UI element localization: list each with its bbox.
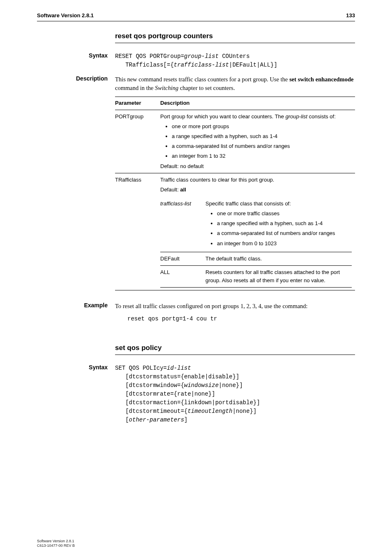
th-parameter: Parameter [115,97,160,110]
footer-line1: Software Version 2.8.1 [37,539,75,544]
running-header: Software Version 2.8.1 133 [37,12,355,21]
label-description: Description [37,75,115,290]
list-item: a comma-separated list of numbers and/or… [217,228,348,238]
label-syntax: Syntax [37,364,115,424]
syntax-code: RESET QOS PORTGroup=group-list COUnters … [115,52,355,69]
list-item: a range specified with a hyphen, such as… [217,219,348,228]
footer-line2: C613-10477-00 REV B [37,543,75,548]
subparam-desc: Resets counters for all traffic classes … [205,265,352,287]
param-row-portgroup: PORTgroup Port group for which you want … [115,110,355,173]
list-item: an integer from 0 to 1023 [217,239,348,249]
section-title-set-qos-policy: set qos policy [115,344,355,355]
footer: Software Version 2.8.1 C613-10477-00 REV… [37,539,75,548]
param-desc: Port group for which you want to clear c… [160,110,355,173]
example-code: reset qos portg=1-4 cou tr [127,315,355,323]
header-left: Software Version 2.8.1 [37,12,94,18]
section-title-reset-qos: reset qos portgroup counters [115,32,355,43]
subparam-name: trafficlass-list [160,197,205,252]
syntax-code: SET QOS POLIcy=id-list [dtcstormstatus={… [115,364,355,424]
param-row-trafficlass: TRafficlass Traffic class counters to cl… [115,173,355,290]
default-text: Default: no default [160,162,352,170]
list-item: one or more port groups [172,122,352,131]
subparam-name: ALL [160,265,205,287]
subparam-name: DEFault [160,252,205,265]
label-example: Example [37,302,115,323]
label-syntax: Syntax [37,52,115,69]
list-item: an integer from 1 to 32 [172,151,352,161]
param-name: TRafficlass [115,173,160,290]
subparam-row: DEFault The default traffic class. [160,252,352,265]
parameter-table: Parameter Description PORTgroup Port gro… [115,97,355,290]
subparam-desc: The default traffic class. [205,252,352,265]
header-page-number: 133 [346,12,355,18]
description-paragraph: This new command resets traffic class co… [115,75,355,92]
subparam-row: ALL Resets counters for all traffic clas… [160,265,352,287]
param-desc: Traffic class counters to clear for this… [160,173,355,290]
example-paragraph: To reset all traffic classes configured … [115,302,355,311]
subparam-desc: Specific traffic class that consists of:… [205,197,352,252]
param-name: PORTgroup [115,110,160,173]
th-description: Description [160,97,355,110]
list-item: one or more traffic classes [217,209,348,219]
subparam-row: trafficlass-list Specific traffic class … [160,197,352,252]
list-item: a comma-separated list of numbers and/or… [172,141,352,151]
list-item: a range specified with a hyphen, such as… [172,131,352,141]
